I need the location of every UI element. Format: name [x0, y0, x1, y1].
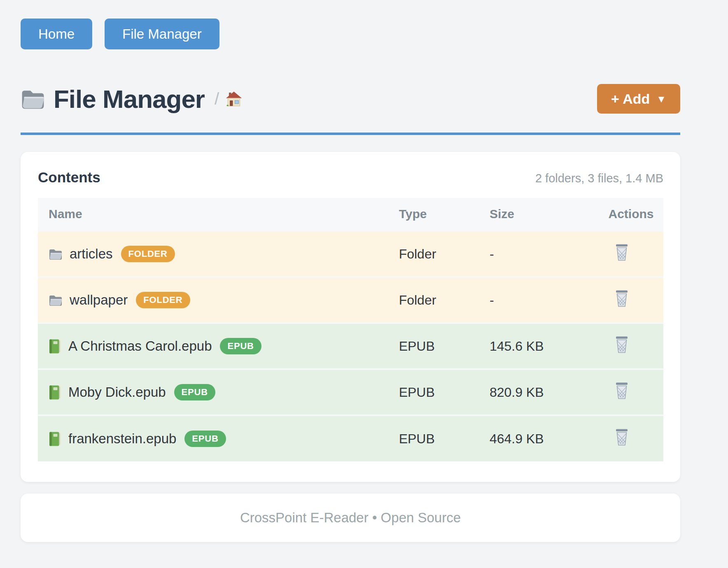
delete-button[interactable]: [614, 382, 629, 399]
size-cell: -: [479, 231, 598, 277]
folder-icon: [21, 88, 45, 109]
footer: CrossPoint E-Reader • Open Source: [21, 494, 680, 542]
contents-panel: Contents 2 folders, 3 files, 1.4 MB Name…: [21, 152, 680, 482]
delete-button[interactable]: [614, 244, 629, 261]
contents-panel-header: Contents 2 folders, 3 files, 1.4 MB: [38, 169, 663, 186]
size-cell: 464.9 KB: [479, 415, 598, 461]
green-book-icon: [49, 431, 61, 447]
size-cell: 145.6 KB: [479, 323, 598, 369]
file-name[interactable]: A Christmas Carol.epub: [68, 338, 212, 354]
actions-cell: [598, 323, 664, 369]
table-row: wallpaper FOLDER Folder -: [38, 277, 663, 323]
delete-button[interactable]: [614, 290, 629, 307]
column-header-name: Name: [38, 198, 388, 231]
file-manager-nav-button[interactable]: File Manager: [105, 19, 219, 49]
trash-icon: [614, 382, 629, 399]
home-nav-button[interactable]: Home: [21, 19, 92, 49]
epub-badge: EPUB: [174, 384, 215, 400]
name-cell: Moby Dick.epub EPUB: [38, 369, 388, 415]
table-row: frankenstein.epub EPUB EPUB 464.9 KB: [38, 415, 663, 461]
file-name[interactable]: Moby Dick.epub: [68, 384, 166, 400]
type-cell: EPUB: [388, 415, 479, 461]
contents-heading: Contents: [38, 169, 100, 186]
folder-badge: FOLDER: [121, 246, 175, 262]
type-cell: Folder: [388, 231, 479, 277]
column-header-actions: Actions: [598, 198, 664, 231]
name-cell: A Christmas Carol.epub EPUB: [38, 323, 388, 369]
column-header-size: Size: [479, 198, 598, 231]
epub-badge: EPUB: [184, 431, 226, 447]
type-cell: EPUB: [388, 369, 479, 415]
actions-cell: [598, 277, 664, 323]
contents-summary: 2 folders, 3 files, 1.4 MB: [535, 172, 663, 185]
trash-icon: [614, 336, 629, 353]
delete-button[interactable]: [614, 336, 629, 353]
file-name[interactable]: frankenstein.epub: [68, 431, 176, 447]
actions-cell: [598, 415, 664, 461]
column-header-type: Type: [388, 198, 479, 231]
name-cell: wallpaper FOLDER: [38, 277, 388, 323]
add-button[interactable]: + Add ▼: [597, 84, 680, 114]
home-icon[interactable]: [226, 91, 242, 107]
page-container: Home File Manager File Manager /: [21, 0, 680, 542]
file-table: Name Type Size Actions: [38, 198, 663, 461]
title-group: File Manager /: [21, 84, 242, 114]
folder-badge: FOLDER: [136, 292, 190, 308]
title-underline: [21, 133, 680, 135]
breadcrumb-separator: /: [215, 90, 219, 108]
green-book-icon: [49, 339, 61, 354]
page-title: File Manager: [54, 84, 205, 114]
name-cell: frankenstein.epub EPUB: [38, 415, 388, 461]
footer-text: CrossPoint E-Reader • Open Source: [240, 510, 461, 526]
trash-icon: [614, 428, 629, 446]
type-cell: EPUB: [388, 323, 479, 369]
trash-icon: [614, 244, 629, 261]
page-header: File Manager / + Add ▼: [21, 84, 680, 114]
table-row: articles FOLDER Folder -: [38, 231, 663, 277]
file-name[interactable]: articles: [70, 246, 113, 262]
table-row: Moby Dick.epub EPUB EPUB 820.9 KB: [38, 369, 663, 415]
green-book-icon: [49, 385, 61, 400]
type-cell: Folder: [388, 277, 479, 323]
size-cell: -: [479, 277, 598, 323]
trash-icon: [614, 290, 629, 307]
chevron-down-icon: ▼: [656, 93, 666, 105]
table-header-row: Name Type Size Actions: [38, 198, 663, 231]
size-cell: 820.9 KB: [479, 369, 598, 415]
add-button-label: + Add: [611, 91, 650, 107]
folder-icon: [49, 294, 63, 306]
actions-cell: [598, 231, 664, 277]
epub-badge: EPUB: [220, 338, 261, 354]
name-cell: articles FOLDER: [38, 231, 388, 277]
table-row: A Christmas Carol.epub EPUB EPUB 145.6 K…: [38, 323, 663, 369]
top-nav: Home File Manager: [21, 0, 680, 49]
file-name[interactable]: wallpaper: [70, 292, 128, 308]
folder-icon: [49, 248, 63, 260]
delete-button[interactable]: [614, 428, 629, 446]
actions-cell: [598, 369, 664, 415]
